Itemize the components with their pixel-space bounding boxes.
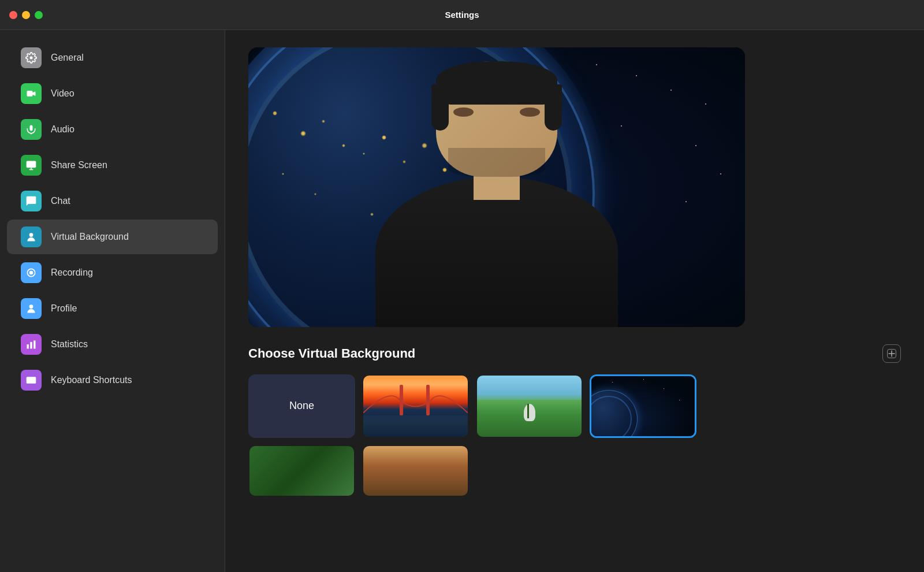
sidebar-item-video[interactable]: Video — [7, 76, 218, 111]
keyboard-shortcuts-icon — [21, 370, 42, 391]
person-chin-shadow — [448, 148, 545, 177]
mini-star-1 — [612, 382, 613, 382]
sidebar-item-keyboard-shortcuts[interactable]: Keyboard Shortcuts — [7, 363, 218, 398]
share-screen-label: Share Screen — [51, 160, 107, 170]
background-option-grass[interactable] — [476, 374, 583, 438]
person-hair — [436, 61, 557, 105]
person-head — [436, 61, 557, 177]
add-background-button[interactable] — [882, 344, 901, 363]
sidebar-item-share-screen[interactable]: Share Screen — [7, 148, 218, 183]
svg-point-5 — [29, 271, 33, 275]
minimize-button[interactable] — [22, 11, 30, 19]
recording-icon — [21, 262, 42, 283]
profile-label: Profile — [51, 303, 77, 314]
svg-rect-9 — [33, 340, 35, 348]
bridge-cables — [363, 385, 468, 415]
svg-rect-7 — [27, 344, 29, 349]
mini-star-2 — [664, 388, 664, 389]
main-layout: General Video Audio — [0, 30, 924, 572]
virtual-background-label: Virtual Background — [51, 232, 129, 242]
traffic-lights — [9, 11, 43, 19]
chat-label: Chat — [51, 196, 70, 206]
background-option-space[interactable] — [590, 374, 696, 438]
sidebar-item-recording[interactable]: Recording — [7, 255, 218, 290]
profile-icon — [21, 298, 42, 319]
share-screen-icon — [21, 155, 42, 176]
video-icon — [21, 83, 42, 104]
sidebar-item-general[interactable]: General — [7, 40, 218, 75]
section-title: Choose Virtual Background — [248, 346, 415, 361]
svg-rect-8 — [30, 342, 32, 349]
person-eye-left — [453, 107, 474, 117]
virtual-background-icon — [21, 226, 42, 247]
background-option-alt[interactable] — [362, 445, 469, 497]
recording-label: Recording — [51, 268, 93, 278]
person-eye-right — [520, 107, 540, 117]
audio-icon — [21, 119, 42, 140]
content-area: Choose Virtual Background None — [225, 30, 924, 572]
background-option-golden-gate[interactable] — [362, 374, 469, 438]
section-heading: Choose Virtual Background — [248, 344, 901, 363]
bridge-water — [363, 415, 468, 437]
none-label: None — [289, 400, 314, 412]
mini-star-4 — [679, 400, 680, 400]
statistics-icon — [21, 334, 42, 355]
close-button[interactable] — [9, 11, 17, 19]
general-label: General — [51, 53, 84, 63]
svg-point-6 — [29, 304, 33, 309]
titlebar: Settings — [0, 0, 924, 30]
maximize-button[interactable] — [35, 11, 43, 19]
background-option-none[interactable]: None — [248, 374, 355, 438]
background-options-row2 — [248, 445, 901, 497]
mini-star-3 — [643, 379, 644, 380]
sidebar: General Video Audio — [0, 30, 225, 572]
sidebar-item-audio[interactable]: Audio — [7, 112, 218, 147]
sidebar-item-virtual-background[interactable]: Virtual Background — [7, 220, 218, 254]
general-icon — [21, 47, 42, 68]
sidebar-item-chat[interactable]: Chat — [7, 184, 218, 218]
sidebar-item-profile[interactable]: Profile — [7, 291, 218, 326]
person-hair-right — [545, 84, 562, 131]
video-label: Video — [51, 88, 74, 99]
grass-plant — [524, 404, 535, 421]
statistics-label: Statistics — [51, 339, 88, 350]
camera-preview — [248, 47, 745, 327]
grass-stem — [527, 404, 529, 418]
svg-point-3 — [29, 233, 33, 237]
sidebar-item-statistics[interactable]: Statistics — [7, 327, 218, 362]
background-option-green[interactable] — [248, 445, 355, 497]
background-options-grid: None — [248, 374, 901, 438]
keyboard-shortcuts-label: Keyboard Shortcuts — [51, 375, 132, 385]
audio-label: Audio — [51, 124, 74, 135]
person-preview — [358, 47, 635, 327]
svg-rect-0 — [27, 161, 36, 168]
window-title: Settings — [445, 10, 479, 20]
chat-icon — [21, 191, 42, 211]
person-hair-left — [431, 84, 449, 131]
